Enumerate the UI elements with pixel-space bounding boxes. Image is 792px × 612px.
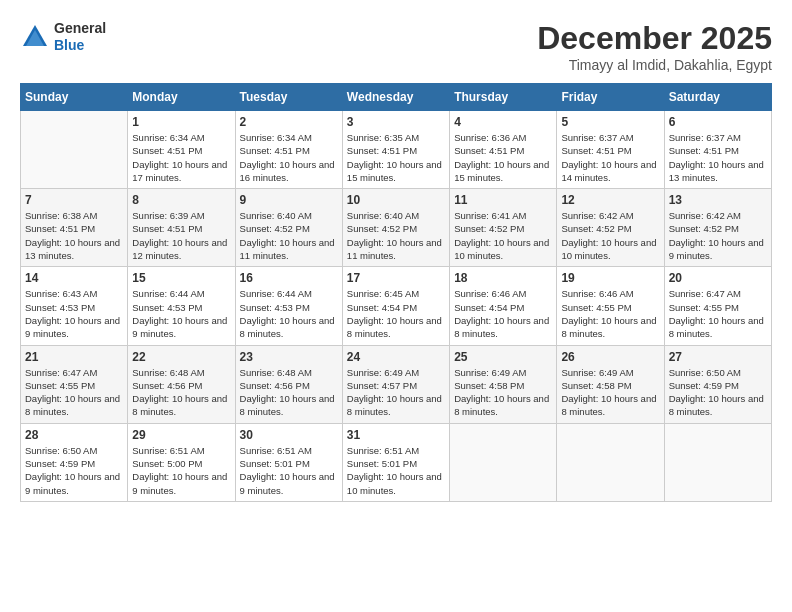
day-info: Sunrise: 6:50 AMSunset: 4:59 PMDaylight:… <box>669 366 767 419</box>
day-number: 6 <box>669 115 767 129</box>
day-number: 20 <box>669 271 767 285</box>
calendar-cell: 4Sunrise: 6:36 AMSunset: 4:51 PMDaylight… <box>450 111 557 189</box>
day-number: 12 <box>561 193 659 207</box>
day-info: Sunrise: 6:37 AMSunset: 4:51 PMDaylight:… <box>561 131 659 184</box>
calendar-cell: 20Sunrise: 6:47 AMSunset: 4:55 PMDayligh… <box>664 267 771 345</box>
calendar-week-row: 7Sunrise: 6:38 AMSunset: 4:51 PMDaylight… <box>21 189 772 267</box>
calendar-cell: 28Sunrise: 6:50 AMSunset: 4:59 PMDayligh… <box>21 423 128 501</box>
day-info: Sunrise: 6:47 AMSunset: 4:55 PMDaylight:… <box>25 366 123 419</box>
day-number: 14 <box>25 271 123 285</box>
calendar-cell: 19Sunrise: 6:46 AMSunset: 4:55 PMDayligh… <box>557 267 664 345</box>
day-number: 27 <box>669 350 767 364</box>
page-header: General Blue December 2025 Timayy al Imd… <box>20 20 772 73</box>
day-number: 31 <box>347 428 445 442</box>
day-info: Sunrise: 6:36 AMSunset: 4:51 PMDaylight:… <box>454 131 552 184</box>
weekday-header: Thursday <box>450 84 557 111</box>
calendar-week-row: 21Sunrise: 6:47 AMSunset: 4:55 PMDayligh… <box>21 345 772 423</box>
day-info: Sunrise: 6:37 AMSunset: 4:51 PMDaylight:… <box>669 131 767 184</box>
calendar-week-row: 1Sunrise: 6:34 AMSunset: 4:51 PMDaylight… <box>21 111 772 189</box>
day-info: Sunrise: 6:48 AMSunset: 4:56 PMDaylight:… <box>240 366 338 419</box>
day-info: Sunrise: 6:34 AMSunset: 4:51 PMDaylight:… <box>132 131 230 184</box>
calendar-cell: 15Sunrise: 6:44 AMSunset: 4:53 PMDayligh… <box>128 267 235 345</box>
day-number: 8 <box>132 193 230 207</box>
day-info: Sunrise: 6:39 AMSunset: 4:51 PMDaylight:… <box>132 209 230 262</box>
day-info: Sunrise: 6:38 AMSunset: 4:51 PMDaylight:… <box>25 209 123 262</box>
day-info: Sunrise: 6:45 AMSunset: 4:54 PMDaylight:… <box>347 287 445 340</box>
day-number: 23 <box>240 350 338 364</box>
calendar-cell: 8Sunrise: 6:39 AMSunset: 4:51 PMDaylight… <box>128 189 235 267</box>
day-info: Sunrise: 6:40 AMSunset: 4:52 PMDaylight:… <box>240 209 338 262</box>
calendar-cell <box>450 423 557 501</box>
day-info: Sunrise: 6:40 AMSunset: 4:52 PMDaylight:… <box>347 209 445 262</box>
day-info: Sunrise: 6:51 AMSunset: 5:01 PMDaylight:… <box>240 444 338 497</box>
day-info: Sunrise: 6:46 AMSunset: 4:55 PMDaylight:… <box>561 287 659 340</box>
calendar-cell: 13Sunrise: 6:42 AMSunset: 4:52 PMDayligh… <box>664 189 771 267</box>
calendar-cell: 9Sunrise: 6:40 AMSunset: 4:52 PMDaylight… <box>235 189 342 267</box>
calendar-cell: 12Sunrise: 6:42 AMSunset: 4:52 PMDayligh… <box>557 189 664 267</box>
calendar-cell: 14Sunrise: 6:43 AMSunset: 4:53 PMDayligh… <box>21 267 128 345</box>
day-info: Sunrise: 6:42 AMSunset: 4:52 PMDaylight:… <box>669 209 767 262</box>
calendar-cell: 17Sunrise: 6:45 AMSunset: 4:54 PMDayligh… <box>342 267 449 345</box>
day-number: 24 <box>347 350 445 364</box>
day-info: Sunrise: 6:47 AMSunset: 4:55 PMDaylight:… <box>669 287 767 340</box>
location: Timayy al Imdid, Dakahlia, Egypt <box>537 57 772 73</box>
day-info: Sunrise: 6:42 AMSunset: 4:52 PMDaylight:… <box>561 209 659 262</box>
day-number: 2 <box>240 115 338 129</box>
day-number: 15 <box>132 271 230 285</box>
day-number: 10 <box>347 193 445 207</box>
calendar-cell: 27Sunrise: 6:50 AMSunset: 4:59 PMDayligh… <box>664 345 771 423</box>
day-info: Sunrise: 6:49 AMSunset: 4:58 PMDaylight:… <box>561 366 659 419</box>
logo-blue: Blue <box>54 37 106 54</box>
logo-text: General Blue <box>54 20 106 54</box>
day-info: Sunrise: 6:50 AMSunset: 4:59 PMDaylight:… <box>25 444 123 497</box>
day-number: 17 <box>347 271 445 285</box>
day-number: 7 <box>25 193 123 207</box>
weekday-header: Saturday <box>664 84 771 111</box>
day-number: 28 <box>25 428 123 442</box>
calendar-cell: 10Sunrise: 6:40 AMSunset: 4:52 PMDayligh… <box>342 189 449 267</box>
day-info: Sunrise: 6:51 AMSunset: 5:00 PMDaylight:… <box>132 444 230 497</box>
calendar-cell: 11Sunrise: 6:41 AMSunset: 4:52 PMDayligh… <box>450 189 557 267</box>
calendar-table: SundayMondayTuesdayWednesdayThursdayFrid… <box>20 83 772 502</box>
day-number: 3 <box>347 115 445 129</box>
logo: General Blue <box>20 20 106 54</box>
calendar-cell: 25Sunrise: 6:49 AMSunset: 4:58 PMDayligh… <box>450 345 557 423</box>
calendar-cell: 6Sunrise: 6:37 AMSunset: 4:51 PMDaylight… <box>664 111 771 189</box>
weekday-header: Friday <box>557 84 664 111</box>
day-number: 30 <box>240 428 338 442</box>
day-number: 16 <box>240 271 338 285</box>
logo-general: General <box>54 20 106 37</box>
calendar-cell: 31Sunrise: 6:51 AMSunset: 5:01 PMDayligh… <box>342 423 449 501</box>
day-number: 1 <box>132 115 230 129</box>
day-info: Sunrise: 6:44 AMSunset: 4:53 PMDaylight:… <box>240 287 338 340</box>
day-info: Sunrise: 6:43 AMSunset: 4:53 PMDaylight:… <box>25 287 123 340</box>
day-number: 22 <box>132 350 230 364</box>
calendar-cell: 21Sunrise: 6:47 AMSunset: 4:55 PMDayligh… <box>21 345 128 423</box>
calendar-cell: 2Sunrise: 6:34 AMSunset: 4:51 PMDaylight… <box>235 111 342 189</box>
calendar-cell: 18Sunrise: 6:46 AMSunset: 4:54 PMDayligh… <box>450 267 557 345</box>
day-number: 13 <box>669 193 767 207</box>
day-number: 19 <box>561 271 659 285</box>
day-info: Sunrise: 6:51 AMSunset: 5:01 PMDaylight:… <box>347 444 445 497</box>
day-info: Sunrise: 6:49 AMSunset: 4:57 PMDaylight:… <box>347 366 445 419</box>
calendar-cell: 29Sunrise: 6:51 AMSunset: 5:00 PMDayligh… <box>128 423 235 501</box>
day-number: 18 <box>454 271 552 285</box>
day-number: 5 <box>561 115 659 129</box>
day-number: 4 <box>454 115 552 129</box>
day-info: Sunrise: 6:48 AMSunset: 4:56 PMDaylight:… <box>132 366 230 419</box>
day-number: 9 <box>240 193 338 207</box>
calendar-cell: 7Sunrise: 6:38 AMSunset: 4:51 PMDaylight… <box>21 189 128 267</box>
calendar-cell <box>21 111 128 189</box>
title-section: December 2025 Timayy al Imdid, Dakahlia,… <box>537 20 772 73</box>
day-info: Sunrise: 6:49 AMSunset: 4:58 PMDaylight:… <box>454 366 552 419</box>
weekday-header-row: SundayMondayTuesdayWednesdayThursdayFrid… <box>21 84 772 111</box>
month-title: December 2025 <box>537 20 772 57</box>
calendar-cell: 30Sunrise: 6:51 AMSunset: 5:01 PMDayligh… <box>235 423 342 501</box>
day-info: Sunrise: 6:46 AMSunset: 4:54 PMDaylight:… <box>454 287 552 340</box>
calendar-week-row: 28Sunrise: 6:50 AMSunset: 4:59 PMDayligh… <box>21 423 772 501</box>
weekday-header: Tuesday <box>235 84 342 111</box>
weekday-header: Sunday <box>21 84 128 111</box>
calendar-cell: 24Sunrise: 6:49 AMSunset: 4:57 PMDayligh… <box>342 345 449 423</box>
calendar-week-row: 14Sunrise: 6:43 AMSunset: 4:53 PMDayligh… <box>21 267 772 345</box>
day-number: 29 <box>132 428 230 442</box>
